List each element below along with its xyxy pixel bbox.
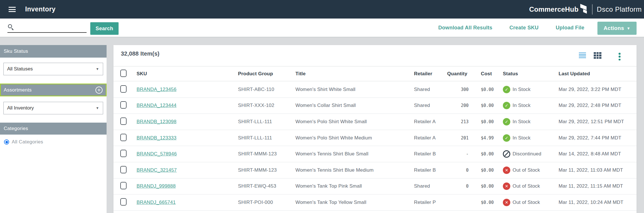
create-sku-link[interactable]: Create SKU bbox=[509, 19, 539, 37]
quantity-cell: 201 bbox=[440, 135, 469, 141]
sku-link[interactable]: BRANDB_123098 bbox=[137, 119, 177, 125]
status-icon bbox=[503, 86, 510, 93]
title-cell: Women's Tank Top Pink Small bbox=[295, 183, 362, 189]
add-assortment-icon[interactable]: + bbox=[95, 86, 103, 94]
quantity-cell: - bbox=[440, 151, 469, 157]
row-checkbox[interactable] bbox=[120, 134, 127, 141]
last-updated-cell: Mar 29, 2022, 12:51 PM MDT bbox=[559, 119, 624, 125]
status-label: In Stock bbox=[513, 119, 531, 125]
status-label: Out of Stock bbox=[513, 167, 540, 173]
search-toolbar: Search Download All Results Create SKU U… bbox=[0, 19, 644, 37]
row-checkbox[interactable] bbox=[120, 150, 127, 157]
status-icon bbox=[503, 102, 510, 109]
table-row: BRANDA_123456 SHIRT-ABC-110 Women's Shir… bbox=[113, 82, 637, 98]
column-header-cost: Cost bbox=[481, 71, 492, 77]
sku-link[interactable]: BRANDC_321457 bbox=[137, 167, 177, 173]
status-icon bbox=[503, 199, 510, 206]
row-checkbox[interactable] bbox=[120, 117, 127, 125]
retailer-cell: Shared bbox=[414, 87, 430, 92]
retailer-cell: Retailer A bbox=[414, 119, 436, 125]
cost-cell: $0.00 bbox=[481, 87, 494, 92]
cost-cell: $0.00 bbox=[481, 168, 494, 173]
title-cell: Women's Collar Shirt Small bbox=[295, 103, 356, 108]
all-categories-label: All Categories bbox=[12, 139, 43, 145]
search-button[interactable]: Search bbox=[90, 22, 119, 35]
title-cell: Women's Shirt White Small bbox=[295, 87, 355, 92]
table-row: BRANDJ_665741 SHIRT-POI-000 Women's Tank… bbox=[113, 194, 637, 211]
column-header-title: Title bbox=[295, 71, 306, 77]
status-label: In Stock bbox=[513, 103, 531, 108]
page-title: Inventory bbox=[25, 0, 55, 19]
item-count: 32,088 Item(s) bbox=[121, 50, 159, 57]
categories-section-header: Categories bbox=[0, 123, 107, 135]
sku-status-selected-value: All Statuses bbox=[7, 66, 33, 72]
cost-cell: $0.00 bbox=[481, 103, 494, 108]
row-checkbox[interactable] bbox=[120, 101, 127, 109]
title-cell: Women's Tank Top Yellow Small bbox=[295, 200, 366, 205]
quantity-cell: 213 bbox=[440, 119, 469, 124]
sku-status-select[interactable]: All Statuses ▼ bbox=[3, 63, 103, 75]
download-all-results-link[interactable]: Download All Results bbox=[438, 19, 492, 37]
status-label: Out of Stock bbox=[513, 200, 540, 205]
quantity-cell: 300 bbox=[440, 87, 469, 92]
sku-link[interactable]: BRANDC_578946 bbox=[137, 151, 177, 157]
row-checkbox[interactable] bbox=[120, 198, 127, 206]
list-view-icon[interactable] bbox=[579, 52, 586, 58]
title-cell: Women's Tennis Shirt Blue Small bbox=[295, 151, 368, 157]
column-header-status: Status bbox=[503, 71, 518, 77]
quantity-cell: 0 bbox=[440, 168, 469, 173]
inventory-page: { "topbar": { "title": "Inventory", "bra… bbox=[0, 0, 644, 213]
platform-name: Dsco Platform bbox=[597, 5, 642, 13]
chevron-down-icon: ▼ bbox=[96, 106, 99, 110]
row-checkbox[interactable] bbox=[120, 166, 127, 173]
last-updated-cell: Mar 29, 2022, 3:22 PM MDT bbox=[559, 87, 621, 92]
column-header-product-group: Product Group bbox=[238, 71, 273, 77]
status-label: In Stock bbox=[513, 87, 531, 92]
product-group-cell: SHIRT-LLL-111 bbox=[238, 119, 272, 125]
grid-view-icon[interactable] bbox=[594, 52, 601, 59]
cost-cell: $0.00 bbox=[481, 119, 494, 124]
title-cell: Women's Polo Shirt White Small bbox=[295, 119, 367, 125]
select-all-checkbox[interactable] bbox=[120, 70, 127, 77]
product-group-cell: SHIRT-EWQ-453 bbox=[238, 183, 276, 189]
sku-link[interactable]: BRANDJ_999888 bbox=[137, 183, 176, 189]
last-updated-cell: Mar 11, 2022, 10:24 AM MDT bbox=[559, 200, 623, 205]
sku-status-section-header: Sku Status bbox=[0, 45, 107, 58]
product-group-cell: SHIRT-MMM-123 bbox=[238, 167, 277, 173]
table-row: BRANDJ_999888 SHIRT-EWQ-453 Women's Tank… bbox=[113, 178, 637, 195]
column-header-last-updated: Last Updated bbox=[559, 71, 590, 77]
table-row: BRANDA_123444 SHIRT-XXX-102 Women's Coll… bbox=[113, 98, 637, 114]
assortments-header-label: Assortments bbox=[4, 87, 32, 93]
all-categories-option[interactable]: All Categories bbox=[4, 139, 43, 145]
sku-link[interactable]: BRANDA_123456 bbox=[137, 87, 177, 92]
column-header-retailer: Retailer bbox=[414, 71, 432, 77]
column-header-quantity: Quantity bbox=[447, 71, 467, 77]
status-icon bbox=[503, 134, 510, 142]
sku-link[interactable]: BRANDA_123444 bbox=[137, 103, 177, 108]
sku-link[interactable]: BRANDB_123333 bbox=[137, 135, 177, 141]
table-row: BRANDC_578946 SHIRT-MMM-123 Women's Tenn… bbox=[113, 146, 637, 162]
brand-divider bbox=[592, 4, 593, 15]
hamburger-menu-icon[interactable] bbox=[9, 7, 16, 12]
actions-dropdown-button[interactable]: Actions ▼ bbox=[597, 22, 637, 35]
search-input[interactable] bbox=[7, 24, 87, 33]
quantity-cell: 200 bbox=[440, 103, 469, 108]
retailer-cell: Retailer A bbox=[414, 135, 436, 141]
retailer-cell: Shared bbox=[414, 103, 430, 108]
assortment-select[interactable]: All Inventory ▼ bbox=[3, 102, 103, 114]
more-options-icon[interactable] bbox=[619, 53, 621, 60]
upload-file-link[interactable]: Upload File bbox=[556, 19, 584, 37]
row-checkbox[interactable] bbox=[120, 182, 127, 189]
product-group-cell: SHIRT-MMM-123 bbox=[238, 151, 277, 157]
retailer-cell: Retailer P bbox=[414, 200, 436, 205]
status-label: Discontinued bbox=[513, 151, 541, 157]
row-checkbox[interactable] bbox=[120, 85, 127, 93]
cost-cell: $0.00 bbox=[481, 200, 494, 205]
status-label: In Stock bbox=[513, 135, 531, 141]
assortment-selected-value: All Inventory bbox=[7, 105, 34, 111]
radio-selected-icon[interactable] bbox=[4, 139, 9, 145]
chevron-down-icon: ▼ bbox=[96, 67, 99, 71]
cost-cell: $0.00 bbox=[481, 184, 494, 189]
sku-link[interactable]: BRANDJ_665741 bbox=[137, 200, 176, 205]
status-icon bbox=[503, 167, 510, 174]
